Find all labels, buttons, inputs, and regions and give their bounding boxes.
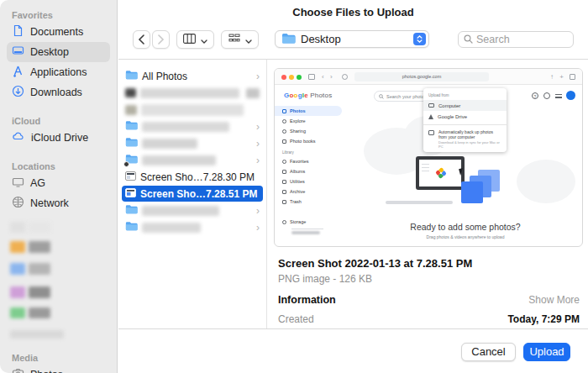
file-row-screenshot-1[interactable]: Screen Sho…7.28.30 PM <box>122 169 263 185</box>
show-more-link[interactable]: Show More <box>528 294 580 306</box>
gphotos-nav-storage: Storage <box>275 217 342 227</box>
redacted-tag-row <box>10 241 117 253</box>
folder-icon <box>125 70 138 82</box>
gphotos-nav-sharing: Sharing <box>275 126 342 136</box>
file-info: Screen Shot 2022-01-13 at 7.28.51 PM PNG… <box>278 257 580 325</box>
content-area: All Photos › › <box>118 59 588 329</box>
cancel-button[interactable]: Cancel <box>461 343 516 361</box>
file-row-all-photos[interactable]: All Photos › <box>122 68 263 84</box>
gphotos-nav-utilities: Utilities <box>275 176 342 186</box>
file-title: Screen Shot 2022-01-13 at 7.28.51 PM <box>278 257 580 270</box>
sidebar-item-label: Photos <box>30 369 63 373</box>
sidebar-item-icloud-drive[interactable]: iCloud Drive <box>7 128 110 148</box>
location-dropdown[interactable]: Desktop <box>275 30 429 48</box>
redacted-folder-icon <box>125 105 137 115</box>
screenshot-file-icon <box>125 171 136 183</box>
sidebar-item-photos[interactable]: Photos <box>7 365 110 373</box>
file-row-screenshot-2-selected[interactable]: Screen Sho…7.28.51 PM <box>122 186 263 202</box>
folder-icon <box>125 204 138 217</box>
gphotos-nav-archive: Archive <box>275 186 342 197</box>
back-button[interactable] <box>133 30 150 49</box>
stepper-icon <box>413 33 426 45</box>
cloud-icon <box>282 220 286 224</box>
icloud-section-label: iCloud <box>0 113 117 128</box>
backup-subtitle: Download & keep in sync for your Mac or … <box>438 140 502 149</box>
file-row-label: Screen Sho…7.28.30 PM <box>140 171 255 183</box>
redacted-file-name <box>142 206 219 216</box>
search-field[interactable] <box>458 31 574 48</box>
file-row-redacted[interactable]: › <box>122 152 263 168</box>
view-columns-button[interactable] <box>176 30 214 49</box>
file-list: All Photos › › <box>118 60 267 328</box>
toolbar: Desktop <box>118 28 588 59</box>
gphotos-search-placeholder: Search your photos <box>386 94 427 99</box>
gphotos-nav-trash: Trash <box>275 197 342 207</box>
dialog-title: Choose Files to Upload <box>118 6 588 18</box>
folder-icon <box>125 137 138 150</box>
file-row-redacted[interactable] <box>122 85 263 101</box>
folder-badge <box>123 161 129 167</box>
google-photos-pinwheel-icon <box>436 168 446 178</box>
locations-section-label: Locations <box>0 158 117 173</box>
forward-button[interactable] <box>152 30 170 49</box>
location-value: Desktop <box>301 33 341 45</box>
dialog-footer: Cancel Upload <box>118 330 588 373</box>
finder-sidebar: Favorites Documents Desktop Applications… <box>0 0 118 373</box>
redacted-tag-row <box>10 330 117 339</box>
storage-usage-redacted <box>291 231 320 234</box>
sidebar-item-label: Documents <box>30 26 83 38</box>
sidebar-item-ag[interactable]: AG <box>7 173 110 193</box>
file-row-redacted[interactable]: › <box>122 219 263 235</box>
browser-sidebar-icon <box>308 74 315 80</box>
folder-icon <box>281 33 296 46</box>
applications-icon <box>12 65 24 80</box>
gear-icon <box>543 92 550 99</box>
created-value: Today, 7:29 PM <box>507 313 580 325</box>
redacted-tag-row <box>10 222 117 233</box>
sidebar-item-downloads[interactable]: Downloads <box>7 82 110 102</box>
browser-forward-icon: › <box>330 72 333 81</box>
menu-item-google-drive: Google Drive <box>423 111 507 122</box>
sidebar-item-network[interactable]: Network <box>7 193 110 213</box>
sidebar-item-label: Downloads <box>30 87 82 98</box>
file-row-redacted[interactable] <box>122 102 263 118</box>
sidebar-item-label: Desktop <box>30 46 69 58</box>
minimize-traffic-light-icon <box>289 75 294 80</box>
gphotos-library-label: Library <box>275 146 349 156</box>
help-icon: ? <box>532 92 538 99</box>
group-icon <box>228 32 240 47</box>
redacted-file-name <box>246 88 260 98</box>
upload-button[interactable]: Upload <box>523 343 570 361</box>
file-row-redacted[interactable]: › <box>122 118 263 134</box>
laptop-base <box>386 201 453 204</box>
backup-icon <box>428 130 434 135</box>
monitor-icon <box>12 176 24 191</box>
google-photos-logo: Google Photos <box>284 92 332 99</box>
sidebar-item-desktop[interactable]: Desktop <box>7 42 110 62</box>
album-icon <box>282 170 286 174</box>
search-input[interactable] <box>476 34 560 45</box>
sharing-icon <box>282 129 286 134</box>
sidebar-item-documents[interactable]: Documents <box>7 22 110 42</box>
sidebar-item-applications[interactable]: Applications <box>7 62 110 82</box>
file-row-redacted[interactable]: › <box>122 135 263 151</box>
redacted-tags <box>0 222 117 339</box>
close-traffic-light-icon <box>281 75 286 80</box>
group-by-button[interactable] <box>221 30 259 49</box>
address-bar: photos.google.com <box>354 72 489 81</box>
redacted-tag-row <box>10 286 117 298</box>
gphotos-subheading: Drag photos & videos anywhere to upload <box>349 234 582 239</box>
search-icon <box>282 119 286 123</box>
file-row-redacted[interactable]: › <box>122 202 263 218</box>
google-drive-icon <box>428 114 433 119</box>
chevron-down-icon <box>245 32 252 47</box>
chevron-right-icon: › <box>256 155 260 165</box>
cursor-icon <box>459 167 467 176</box>
search-icon <box>379 94 384 99</box>
gphotos-nav-explore: Explore <box>275 116 342 126</box>
preview-image[interactable]: ‹ › photos.google.com ↑ + Google Photos <box>274 68 583 247</box>
book-icon <box>282 139 286 144</box>
gphotos-sidebar: Photos Explore Sharing Photo books Libra… <box>275 106 349 246</box>
menu-icon <box>555 94 562 98</box>
chevron-right-icon: › <box>256 206 260 216</box>
